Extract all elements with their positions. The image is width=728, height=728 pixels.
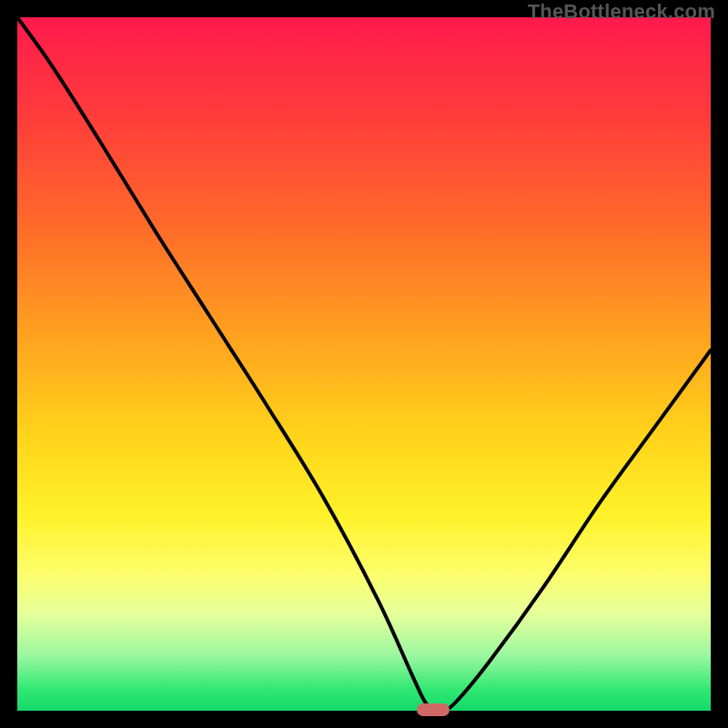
watermark-label: TheBottleneck.com — [528, 0, 715, 24]
gradient-plot-area: TheBottleneck.com — [17, 17, 711, 711]
optimal-marker — [417, 703, 450, 716]
curve-path — [17, 17, 711, 711]
chart-frame: TheBottleneck.com — [0, 0, 728, 728]
bottleneck-curve — [17, 17, 711, 711]
